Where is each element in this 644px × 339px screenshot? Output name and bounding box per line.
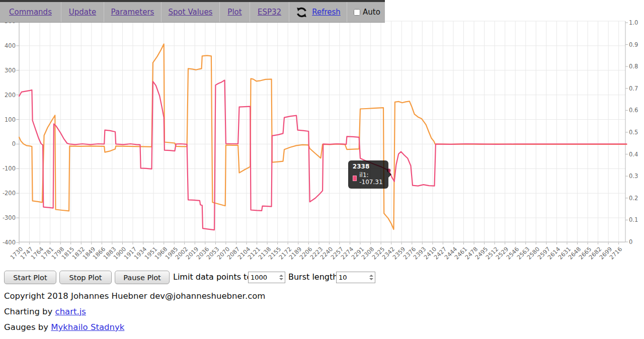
y-axis-tick-label: -100 xyxy=(0,165,16,172)
y-axis-tick-label: 100 xyxy=(0,116,16,123)
tab-label[interactable]: Update xyxy=(69,8,96,17)
pause-plot-button[interactable]: Pause Plot xyxy=(115,271,170,284)
y-axis-tick-label: -300 xyxy=(0,214,16,221)
plot-chart-canvas[interactable]: 5004003002001000-100-200-300-400 1.00.90… xyxy=(0,0,644,272)
spinner-down-icon[interactable] xyxy=(279,278,283,280)
limit-data-points-input[interactable] xyxy=(249,272,278,283)
chart-svg xyxy=(0,0,644,272)
tab-label[interactable]: ESP32 xyxy=(258,8,281,17)
y-axis-right-tick-label: 0.7 xyxy=(629,85,638,92)
y-axis-right-tick-label: 0.9 xyxy=(629,41,638,48)
y-axis-tick-label: 200 xyxy=(0,92,16,99)
tab-commands[interactable]: Commands xyxy=(0,2,61,22)
gauges-credit: Gauges by Mykhailo Stadnyk xyxy=(4,322,124,332)
y-axis-tick-label: 400 xyxy=(0,42,16,49)
burst-length-input[interactable] xyxy=(337,272,368,283)
limit-data-points-field xyxy=(248,272,285,283)
gauges-prefix: Gauges by xyxy=(4,322,51,332)
tab-update[interactable]: Update xyxy=(61,2,104,22)
limit-data-points-label: Limit data points to: xyxy=(173,272,255,282)
charting-credit: Charting by chart.js xyxy=(4,307,86,316)
tab-label[interactable]: Parameters xyxy=(111,8,154,17)
chartjs-link[interactable]: chart.js xyxy=(55,307,86,316)
nav-bar: CommandsUpdateParametersSpot ValuesPlotE… xyxy=(0,0,385,23)
limit-spinner[interactable] xyxy=(278,272,285,283)
auto-label: Auto xyxy=(363,8,380,17)
burst-spinner[interactable] xyxy=(368,272,375,283)
tab-spot-values[interactable]: Spot Values xyxy=(162,2,220,22)
tab-parameters[interactable]: Parameters xyxy=(104,2,162,22)
tab-label[interactable]: Spot Values xyxy=(169,8,213,17)
burst-length-field xyxy=(336,272,375,283)
gauges-link[interactable]: Mykhailo Stadnyk xyxy=(51,322,124,332)
auto-checkbox[interactable] xyxy=(354,9,360,16)
spinner-down-icon[interactable] xyxy=(369,278,373,280)
spinner-up-icon[interactable] xyxy=(369,275,373,277)
y-axis-right-tick-label: 0.3 xyxy=(629,173,638,180)
tab-label[interactable]: Plot xyxy=(227,8,242,17)
tab-label[interactable]: Commands xyxy=(9,8,52,17)
tab-plot[interactable]: Plot xyxy=(220,2,250,22)
tooltip-series-swatch xyxy=(353,176,357,181)
y-axis-tick-label: -200 xyxy=(0,190,16,197)
spinner-up-icon[interactable] xyxy=(279,275,283,277)
copyright-text: Copyright 2018 Johannes Huebner dev@joha… xyxy=(4,291,265,301)
refresh-icon[interactable] xyxy=(295,6,308,19)
tooltip-value: il1: -107.31 xyxy=(359,172,384,186)
y-axis-right-tick-label: 0.4 xyxy=(629,151,638,158)
y-axis-right-tick-label: 0.1 xyxy=(629,216,638,223)
y-axis-right-tick-label: 0.2 xyxy=(629,195,638,202)
y-axis-tick-label: 300 xyxy=(0,67,16,74)
charting-prefix: Charting by xyxy=(4,307,55,316)
y-axis-right-tick-label: 0.5 xyxy=(629,129,638,136)
y-axis-right-tick-label: 0.6 xyxy=(629,107,638,114)
burst-length-label: Burst length: xyxy=(288,272,341,282)
auto-section: Auto xyxy=(347,2,387,22)
y-axis-tick-label: 0 xyxy=(0,140,16,147)
refresh-section: Refresh xyxy=(289,2,347,22)
nav-tabs: CommandsUpdateParametersSpot ValuesPlotE… xyxy=(0,2,387,22)
stop-plot-button[interactable]: Stop Plot xyxy=(59,271,112,284)
start-plot-button[interactable]: Start Plot xyxy=(4,271,56,284)
tooltip-title: 2338 xyxy=(353,163,384,170)
y-axis-tick-label: -400 xyxy=(0,239,16,246)
chart-tooltip: 2338 il1: -107.31 xyxy=(348,160,388,189)
y-axis-right-tick-label: 1.0 xyxy=(629,19,638,26)
page: 5004003002001000-100-200-300-400 1.00.90… xyxy=(0,0,644,339)
y-axis-right-tick-label: 0.8 xyxy=(629,63,638,70)
y-axis-right-tick-label: 0 xyxy=(629,238,632,245)
tab-esp32[interactable]: ESP32 xyxy=(250,2,289,22)
refresh-link[interactable]: Refresh xyxy=(312,8,341,17)
